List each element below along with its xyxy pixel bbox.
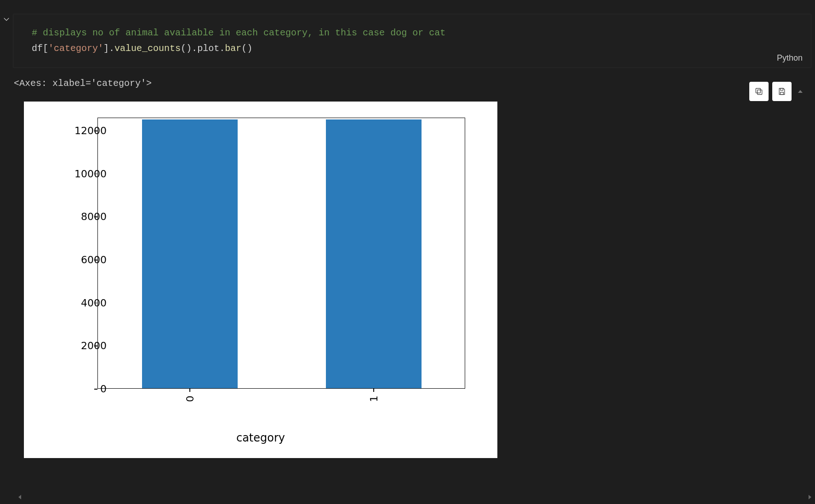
svg-rect-3 [781,92,784,95]
copy-output-button[interactable] [749,82,769,101]
save-output-button[interactable] [772,82,792,101]
cell-output: <Axes: xlabel='category'> 02000400060008… [13,68,812,458]
x-tick-mark [189,389,190,392]
y-tick-mark [94,216,97,217]
y-tick-label: 4000 [65,297,107,308]
x-tick-label: 1 [368,396,380,402]
y-tick-label: 0 [65,383,107,395]
y-tick-mark [94,389,97,390]
svg-rect-2 [781,88,783,90]
save-icon [777,87,787,96]
plot-axes [97,118,465,389]
scroll-left-icon[interactable] [18,495,21,499]
code-content[interactable]: # displays no of animal available in eac… [32,25,792,57]
y-tick-label: 12000 [65,125,107,136]
svg-rect-1 [756,88,760,93]
scroll-right-icon[interactable] [809,495,811,499]
code-cell[interactable]: # displays no of animal available in eac… [13,14,811,68]
collapse-output-icon[interactable] [798,90,803,93]
y-tick-label: 10000 [65,168,107,179]
kernel-language-label[interactable]: Python [777,53,803,63]
x-axis-label: category [24,431,497,444]
y-tick-mark [94,174,97,175]
code-comment: # displays no of animal available in eac… [32,28,445,38]
notebook-cell: # displays no of animal available in eac… [0,0,815,458]
y-tick-label: 8000 [65,211,107,222]
y-tick-mark [94,345,97,346]
y-tick-label: 6000 [65,254,107,266]
svg-rect-0 [758,90,762,95]
x-tick-label: 0 [184,396,196,402]
chevron-down-icon [3,16,10,23]
bar [142,119,238,388]
y-tick-mark [94,303,97,304]
cell-collapse-gutter[interactable] [0,16,13,23]
x-tick-mark [373,389,374,392]
chart-figure: 020004000600080001000012000 01 category [24,102,497,458]
y-tick-label: 2000 [65,340,107,351]
y-tick-mark [94,260,97,260]
output-repr-text: <Axes: xlabel='category'> [13,78,812,89]
bar [326,119,422,388]
copy-icon [754,87,764,96]
y-tick-mark [94,130,97,131]
output-toolbar [749,82,803,101]
